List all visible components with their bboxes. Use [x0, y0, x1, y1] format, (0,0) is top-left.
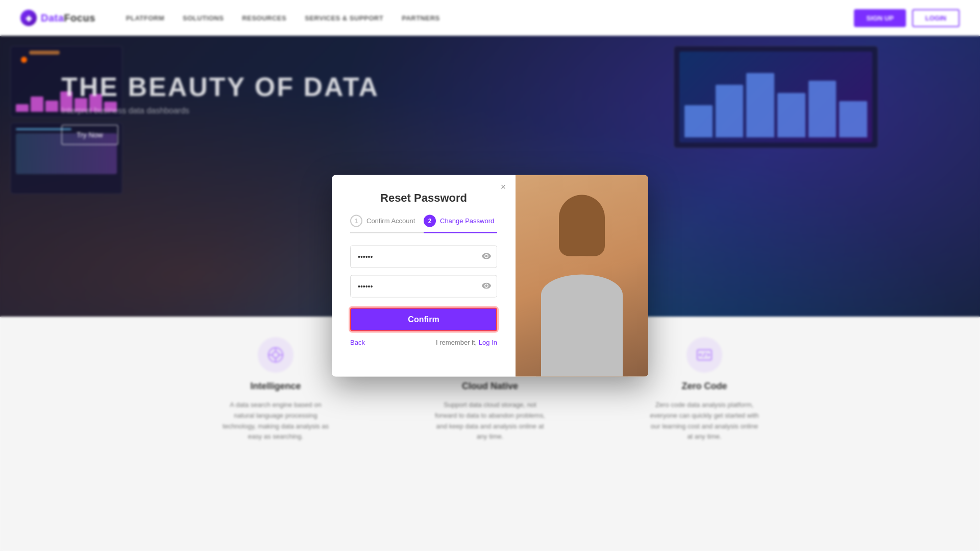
remember-text: I remember it, Log In	[436, 338, 497, 346]
portrait-background	[516, 175, 648, 376]
step-confirm-account: 1 Confirm Account	[350, 214, 424, 233]
reset-password-modal: × Reset Password 1 Confirm Account 2 Cha…	[332, 175, 648, 376]
password-input[interactable]	[350, 245, 497, 268]
modal-close-button[interactable]: ×	[497, 181, 509, 193]
step-1-number: 1	[350, 214, 362, 227]
portrait-body	[541, 274, 623, 376]
password-eye-icon[interactable]	[482, 252, 491, 261]
steps-indicator: 1 Confirm Account 2 Change Password	[350, 214, 497, 233]
modal-form: × Reset Password 1 Confirm Account 2 Cha…	[332, 175, 516, 376]
step-1-label: Confirm Account	[366, 217, 415, 225]
confirm-password-input-group	[350, 275, 497, 297]
step-2-number: 2	[424, 214, 436, 227]
modal-title: Reset Password	[350, 191, 497, 204]
confirm-button[interactable]: Confirm	[350, 307, 497, 331]
confirm-password-input[interactable]	[350, 275, 497, 297]
modal-image	[516, 175, 648, 376]
login-link[interactable]: Log In	[479, 338, 497, 346]
password-input-group	[350, 245, 497, 268]
modal-footer: Back I remember it, Log In	[350, 338, 497, 346]
confirm-password-eye-icon[interactable]	[482, 281, 491, 291]
step-change-password: 2 Change Password	[424, 214, 497, 233]
step-2-label: Change Password	[440, 217, 494, 225]
back-link[interactable]: Back	[350, 338, 365, 346]
